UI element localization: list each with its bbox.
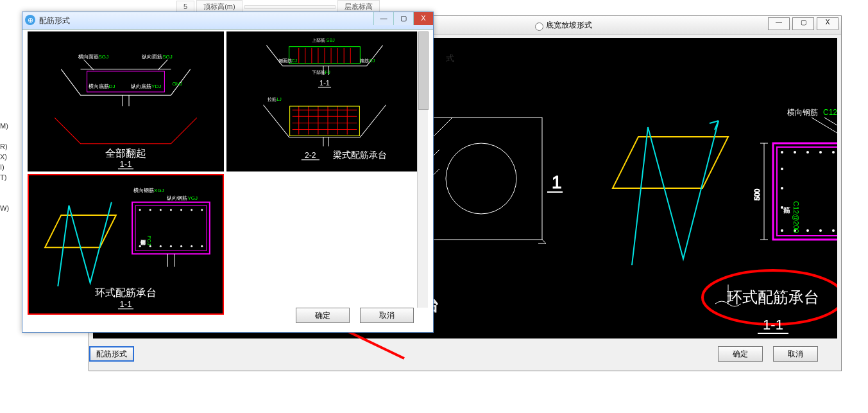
svg-text:FCJ: FCJ [146, 236, 152, 245]
svg-point-123 [160, 245, 162, 247]
rebar-form-button[interactable]: 配筋形式 [89, 346, 134, 362]
svg-text:式: 式 [446, 53, 454, 63]
dialog-maximize-button[interactable]: ▢ [393, 12, 413, 25]
svg-text:纵向底筋YDJ: 纵向底筋YDJ [131, 83, 161, 89]
svg-point-13 [781, 151, 783, 154]
svg-text:下部筋FJ: 下部筋FJ [312, 70, 330, 75]
col-spacer [244, 5, 336, 9]
svg-point-124 [170, 245, 172, 247]
svg-rect-100 [290, 106, 360, 136]
svg-text:1-1: 1-1 [763, 317, 783, 333]
svg-point-14 [794, 151, 796, 154]
thumb-empty[interactable] [226, 174, 423, 314]
svg-point-1 [446, 143, 516, 214]
svg-text:纵向钢筋YGJ: 纵向钢筋YGJ [167, 195, 198, 201]
svg-point-114 [139, 209, 141, 211]
svg-point-27 [832, 229, 835, 232]
svg-point-126 [191, 245, 192, 247]
svg-point-127 [201, 245, 203, 247]
parent-window-buttons: — ▢ X [768, 17, 838, 30]
svg-text:梁式配筋承台: 梁式配筋承台 [333, 150, 387, 160]
close-button[interactable]: X [817, 17, 838, 30]
svg-point-119 [191, 209, 192, 211]
left-fragments: M) R)X) I)T) W) [0, 122, 9, 215]
svg-point-33 [781, 168, 783, 170]
radio-slope-form[interactable]: 底宽放坡形式 [532, 20, 592, 31]
svg-text:拉筋LJ: 拉筋LJ [268, 97, 281, 101]
dialog-title: 配筋形式 [39, 15, 70, 26]
svg-text:GHJ: GHJ [172, 81, 182, 87]
svg-point-23 [781, 229, 783, 232]
svg-text:箍筋GJ: 箍筋GJ [360, 58, 375, 63]
svg-text:1-1: 1-1 [319, 79, 330, 87]
svg-point-25 [806, 229, 809, 232]
svg-text:全部翻起: 全部翻起 [105, 147, 146, 159]
svg-rect-11 [773, 143, 837, 240]
cancel-button[interactable]: 取消 [773, 346, 818, 362]
minimize-button[interactable]: — [768, 17, 790, 30]
svg-text:横向底筋DJ: 横向底筋DJ [89, 83, 115, 89]
svg-text:上部筋 SBJ: 上部筋 SBJ [312, 38, 335, 42]
dialog-close-button[interactable]: X [413, 12, 433, 25]
svg-point-118 [180, 209, 182, 211]
dialog-body: 横向面筋SGJ 纵向面筋SGJ 横向底筋DJ 纵向底筋YDJ GHJ 全部翻起 … [28, 31, 428, 308]
svg-text:箍筋: 箍筋 [784, 207, 791, 214]
dialog-ok-button[interactable]: 确定 [296, 308, 350, 323]
svg-point-121 [139, 245, 141, 247]
top-table-fragment: 5 顶标高(m) 层底标高 [176, 0, 380, 12]
svg-line-45 [812, 118, 837, 137]
svg-rect-0 [420, 118, 542, 240]
svg-text:500: 500 [753, 189, 761, 200]
svg-text:环式配筋承台: 环式配筋承台 [727, 288, 819, 306]
dialog-bottom-bar: 确定 取消 [22, 308, 433, 327]
svg-point-122 [149, 245, 151, 247]
svg-line-66 [84, 60, 94, 70]
dialog-minimize-button[interactable]: — [373, 12, 393, 25]
svg-text:横向钢筋XGJ: 横向钢筋XGJ [133, 188, 164, 193]
dialog-window-buttons: — ▢ X [373, 12, 433, 25]
svg-line-46 [824, 118, 837, 137]
svg-point-117 [170, 209, 172, 211]
svg-point-120 [201, 209, 203, 211]
svg-text:环式配筋承台: 环式配筋承台 [95, 286, 157, 298]
scrollbar-thumb[interactable] [418, 31, 429, 110]
svg-text:横向面筋SGJ: 横向面筋SGJ [78, 54, 109, 60]
thumbnail-grid: 横向面筋SGJ 纵向面筋SGJ 横向底筋DJ 纵向底筋YDJ GHJ 全部翻起 … [28, 31, 423, 308]
svg-text:2-2: 2-2 [305, 151, 316, 160]
svg-line-67 [158, 60, 167, 70]
dialog-cancel-button[interactable]: 取消 [360, 308, 414, 323]
dialog-titlebar[interactable]: ⊕ 配筋形式 — ▢ X [22, 12, 433, 30]
col-num: 5 [176, 1, 194, 12]
parent-bottom-bar: 配筋形式 确定 取消 [89, 342, 841, 365]
svg-point-16 [819, 151, 822, 154]
svg-marker-111 [45, 215, 116, 247]
svg-point-35 [781, 206, 783, 209]
rebar-form-dialog: ⊕ 配筋形式 — ▢ X [22, 12, 434, 333]
ok-button[interactable]: 确定 [718, 346, 763, 362]
svg-point-125 [180, 245, 182, 247]
thumb-beam-style[interactable]: 1-1 上部筋 SBJ 侧面筋CJ 箍筋GJ 下部筋FJ [226, 31, 423, 171]
thumb-scrollbar[interactable] [417, 31, 428, 308]
maximize-button[interactable]: ▢ [792, 17, 814, 30]
thumb-all-turnup[interactable]: 横向面筋SGJ 纵向面筋SGJ 横向底筋DJ 纵向底筋YDJ GHJ 全部翻起 … [28, 31, 224, 171]
svg-text:C12@200: C12@200 [792, 201, 800, 233]
radio-slope-input[interactable] [535, 22, 543, 31]
svg-point-116 [160, 209, 162, 211]
svg-rect-12 [777, 147, 837, 236]
svg-text:横向钢筋: 横向钢筋 [787, 108, 818, 117]
svg-point-17 [832, 151, 835, 154]
svg-text:侧面筋CJ: 侧面筋CJ [278, 58, 298, 63]
app-icon: ⊕ [25, 15, 35, 25]
thumb-ring-style[interactable]: 横向钢筋XGJ 纵向钢筋YGJ 侧面钢筋 FCJ 环式配筋承台 1-1 [28, 174, 224, 314]
svg-text:纵向面筋SGJ: 纵向面筋SGJ [142, 54, 173, 60]
svg-marker-9 [613, 137, 728, 188]
svg-text:C12@200: C12@200 [823, 108, 837, 117]
svg-point-26 [819, 229, 822, 232]
svg-point-34 [781, 187, 783, 189]
svg-point-15 [806, 151, 809, 154]
svg-text:1: 1 [552, 172, 562, 192]
svg-text:侧面钢筋: 侧面钢筋 [140, 240, 146, 246]
svg-point-115 [149, 209, 151, 211]
svg-text:1-1: 1-1 [120, 159, 132, 169]
